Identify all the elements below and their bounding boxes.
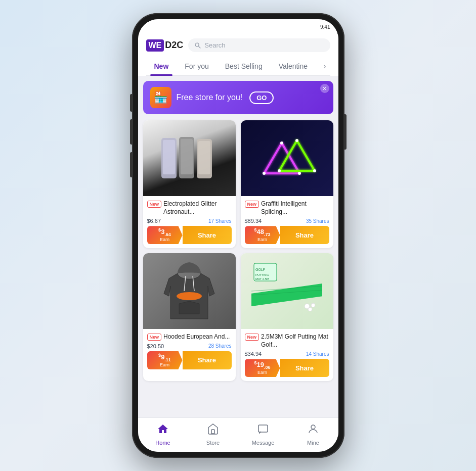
product-3-shares: 28 Shares — [208, 343, 232, 349]
search-bar[interactable]: Search — [188, 38, 330, 52]
product-1-earn-price: $3.64 — [158, 228, 171, 237]
product-info-1: New Electroplated Glitter Astronaut... $… — [143, 196, 236, 248]
svg-point-12 — [295, 139, 298, 142]
svg-rect-3 — [163, 140, 175, 174]
svg-point-14 — [177, 292, 202, 300]
product-4-share-button[interactable]: Share — [280, 359, 329, 377]
product-2-shares: 35 Shares — [306, 218, 329, 224]
product-2-title: Graffiti Intelligent Splicing... — [261, 200, 329, 216]
product-card-1[interactable]: New Electroplated Glitter Astronaut... $… — [143, 120, 236, 248]
nav-message-label: Message — [252, 440, 275, 446]
product-3-price: $20.50 — [147, 343, 164, 349]
svg-point-11 — [278, 169, 281, 172]
header: WE D2C Search New For you Best Selling V… — [138, 34, 338, 76]
mine-icon — [307, 423, 319, 438]
product-1-earn-label: Earn — [160, 237, 169, 242]
product-info-3: New Hooded European And... $20.50 28 Sha… — [143, 329, 236, 373]
svg-point-8 — [263, 172, 266, 175]
nav-home[interactable]: Home — [138, 421, 188, 448]
tab-new[interactable]: New — [146, 57, 177, 75]
product-1-share-button[interactable]: Share — [183, 226, 232, 244]
svg-rect-27 — [211, 430, 214, 434]
phone-frame: 9:41 WE D2C Search New For you — [132, 13, 344, 458]
svg-point-9 — [280, 142, 283, 145]
product-2-earn-label: Earn — [257, 237, 267, 242]
product-3-earn-label: Earn — [160, 362, 169, 367]
product-3-title: Hooded European And... — [163, 333, 230, 341]
nav-mine-label: Mine — [307, 440, 319, 446]
svg-rect-28 — [258, 425, 268, 432]
banner-close-button[interactable]: ✕ — [320, 84, 329, 93]
product-1-earn-share: $3.64 Earn Share — [147, 226, 232, 244]
product-1-shares: 17 Shares — [208, 218, 232, 224]
product-3-badge: New — [147, 334, 162, 341]
product-card-4[interactable]: GOLF PUTTING MAT 2.5M New 2.5M3M Gol — [241, 253, 333, 381]
svg-point-25 — [311, 303, 315, 307]
banner-text: Free store for you! — [177, 93, 243, 102]
banner-store-icon: 🏪 — [150, 87, 171, 108]
product-1-earn-button[interactable]: $3.64 Earn — [147, 226, 183, 244]
product-4-title: 2.5M3M Golf Putting Mat Golf... — [261, 333, 329, 349]
tab-valentine[interactable]: Valentine — [271, 57, 316, 75]
product-image-2 — [241, 120, 333, 196]
product-info-4: New 2.5M3M Golf Putting Mat Golf... $34.… — [241, 329, 333, 381]
product-1-title: Electroplated Glitter Astronaut... — [163, 200, 231, 216]
promo-banner: 🏪 Free store for you! GO ✕ — [143, 81, 333, 114]
svg-point-13 — [313, 169, 316, 172]
product-3-share-button[interactable]: Share — [183, 351, 232, 369]
svg-marker-7 — [279, 140, 315, 171]
banner-go-button[interactable]: GO — [249, 91, 274, 104]
product-4-earn-button[interactable]: $19.06 Earn — [245, 359, 280, 377]
message-icon — [257, 423, 269, 438]
nav-message[interactable]: Message — [238, 421, 288, 448]
product-4-earn-price: $19.06 — [254, 361, 271, 370]
product-info-2: New Graffiti Intelligent Splicing... $89… — [241, 196, 333, 248]
logo[interactable]: WE D2C — [146, 39, 184, 52]
svg-marker-6 — [264, 143, 299, 173]
product-2-earn-button[interactable]: $48.73 Earn — [245, 226, 280, 244]
status-bar: 9:41 — [138, 19, 338, 34]
product-4-shares: 14 Shares — [306, 351, 329, 357]
product-4-price: $34.94 — [245, 351, 262, 357]
logo-d2c: D2C — [165, 40, 183, 51]
tab-more-icon[interactable]: › — [320, 57, 330, 75]
search-placeholder: Search — [204, 41, 225, 49]
product-image-3 — [143, 253, 236, 329]
nav-mine[interactable]: Mine — [288, 421, 338, 448]
product-4-badge: New — [245, 334, 259, 341]
store-icon — [207, 423, 219, 438]
nav-store[interactable]: Store — [188, 421, 238, 448]
tab-for-you[interactable]: For you — [177, 57, 217, 75]
product-card-3[interactable]: New Hooded European And... $20.50 28 Sha… — [143, 253, 236, 381]
product-3-earn-price: $9.11 — [158, 353, 171, 362]
product-3-earn-button[interactable]: $9.11 Earn — [147, 351, 183, 369]
product-3-earn-share: $9.11 Earn Share — [147, 351, 232, 369]
product-2-badge: New — [245, 201, 259, 208]
main-content: 🏪 Free store for you! GO ✕ — [138, 76, 338, 417]
product-grid: New Electroplated Glitter Astronaut... $… — [143, 120, 333, 381]
svg-point-26 — [308, 307, 312, 311]
product-4-earn-share: $19.06 Earn Share — [245, 359, 329, 377]
svg-text:GOLF: GOLF — [255, 268, 265, 271]
product-1-price: $6.67 — [147, 218, 161, 224]
tab-best-selling[interactable]: Best Selling — [217, 57, 271, 75]
product-2-price: $89.34 — [245, 218, 262, 224]
tabs-bar: New For you Best Selling Valentine › — [146, 57, 330, 76]
product-2-share-button[interactable]: Share — [280, 226, 329, 244]
nav-store-label: Store — [206, 440, 220, 446]
home-icon — [157, 423, 169, 438]
header-top: WE D2C Search — [146, 38, 330, 52]
svg-text:MAT 2.5M: MAT 2.5M — [255, 277, 269, 280]
product-image-4: GOLF PUTTING MAT 2.5M — [241, 253, 333, 329]
svg-point-10 — [298, 172, 301, 175]
search-icon — [194, 42, 201, 49]
svg-point-29 — [311, 425, 315, 429]
product-card-2[interactable]: New Graffiti Intelligent Splicing... $89… — [241, 120, 333, 248]
product-2-earn-share: $48.73 Earn Share — [245, 226, 329, 244]
product-2-earn-price: $48.73 — [254, 228, 271, 237]
svg-rect-4 — [181, 139, 193, 174]
nav-home-label: Home — [155, 440, 170, 446]
logo-we: WE — [146, 39, 164, 52]
svg-text:PUTTING: PUTTING — [255, 273, 269, 276]
phone-screen: 9:41 WE D2C Search New For you — [138, 19, 338, 452]
